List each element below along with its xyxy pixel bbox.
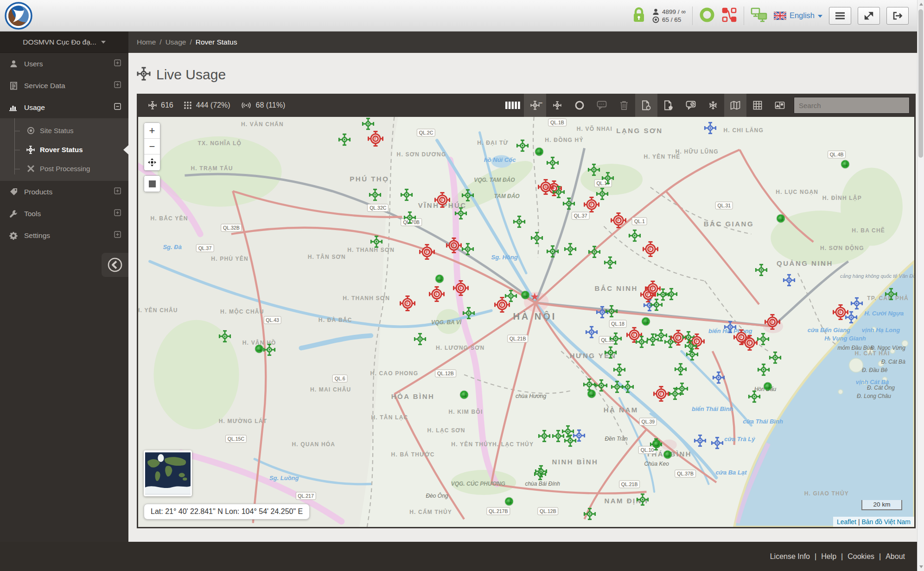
sidebar-collapse-button[interactable] xyxy=(102,253,128,277)
site-marker-green-dot[interactable] xyxy=(653,440,661,448)
rover-marker-green[interactable] xyxy=(601,172,614,186)
rover-marker-red[interactable]: F xyxy=(765,314,780,332)
rover-marker-green[interactable] xyxy=(587,163,600,178)
rover-marker-green[interactable] xyxy=(462,243,474,257)
rover-marker-green[interactable] xyxy=(531,231,543,246)
rover-marker-blue[interactable] xyxy=(694,435,706,449)
breadcrumb-item[interactable]: Usage xyxy=(166,38,186,46)
rover-marker-red[interactable]: F xyxy=(419,244,435,262)
bars-button[interactable] xyxy=(502,94,524,117)
leaflet-link[interactable]: Leaflet xyxy=(837,518,856,526)
plus-box-icon[interactable] xyxy=(114,187,121,196)
rover-marker-blue[interactable] xyxy=(845,311,858,326)
rover-marker-green[interactable] xyxy=(504,290,517,304)
plus-box-icon[interactable] xyxy=(114,81,121,90)
rover-marker-green[interactable] xyxy=(553,186,565,200)
rover-marker-green[interactable] xyxy=(538,430,550,444)
rover-marker-blue[interactable] xyxy=(713,371,725,385)
zoom-out-button[interactable]: − xyxy=(144,139,160,154)
rover-marker-green[interactable] xyxy=(665,288,678,302)
rover-marker-green[interactable] xyxy=(675,363,687,378)
rover-marker-red[interactable]: F xyxy=(368,131,383,148)
scroll-down-arrow[interactable] xyxy=(919,565,923,568)
rover-marker-blue[interactable] xyxy=(585,326,598,340)
site-marker-green-dot[interactable] xyxy=(764,382,771,390)
rover-marker-green[interactable] xyxy=(613,364,625,378)
rover-marker-red[interactable]: F xyxy=(434,192,450,210)
circle-button[interactable] xyxy=(568,94,591,117)
rover-marker-green[interactable] xyxy=(885,288,897,302)
rover-marker-green[interactable] xyxy=(263,343,275,358)
rover-marker-green[interactable] xyxy=(769,351,782,366)
rover-minus-button[interactable]: − xyxy=(524,94,546,117)
site-marker-green-dot[interactable] xyxy=(460,391,468,399)
site-marker-green-dot[interactable] xyxy=(841,160,849,168)
site-marker-green-dot[interactable] xyxy=(255,345,263,353)
site-marker-green-dot[interactable] xyxy=(435,275,443,283)
rover-marker-red[interactable]: F xyxy=(446,237,462,255)
rover-marker-green[interactable] xyxy=(758,364,770,378)
rover-marker-green[interactable] xyxy=(546,156,559,171)
footer-link-about[interactable]: About xyxy=(886,552,905,561)
rover-marker-green[interactable] xyxy=(584,508,596,522)
rover-marker-green[interactable] xyxy=(401,188,413,203)
site-marker-green-dot[interactable] xyxy=(505,498,513,506)
site-marker-green-dot[interactable] xyxy=(587,390,595,398)
doc-circle-button[interactable] xyxy=(635,94,657,117)
breadcrumb-item[interactable]: Home xyxy=(137,38,156,46)
rover-marker-green[interactable] xyxy=(362,117,374,132)
sidebar-subitem-site-status[interactable]: Site Status xyxy=(0,121,128,140)
rover-marker-green[interactable] xyxy=(637,494,649,508)
rover-marker-green[interactable] xyxy=(595,379,608,393)
vertical-scrollbar[interactable] xyxy=(917,0,924,571)
rover-marker-blue[interactable] xyxy=(711,437,723,451)
site-marker-green-dot[interactable] xyxy=(663,451,671,459)
rover-marker-red[interactable]: F xyxy=(584,197,599,214)
rover-marker-green[interactable] xyxy=(414,333,426,347)
tiles-link[interactable]: Bản đồ Việt Nam xyxy=(861,518,911,526)
map-button[interactable] xyxy=(724,94,746,117)
sidebar-item-users[interactable]: Users xyxy=(0,53,128,75)
image-button[interactable] xyxy=(769,94,791,117)
logout-button[interactable] xyxy=(886,7,909,25)
rover-marker-green[interactable] xyxy=(462,189,474,203)
search-input[interactable] xyxy=(794,97,910,114)
rover-marker-green[interactable] xyxy=(588,246,601,260)
sidebar-subitem-rover-status[interactable]: Rover Status xyxy=(0,140,128,159)
sidebar-item-usage[interactable]: Usage xyxy=(0,96,128,118)
minus-box-icon[interactable] xyxy=(114,103,121,112)
site-marker-green-dot[interactable] xyxy=(535,148,543,156)
site-marker-green-dot[interactable] xyxy=(522,291,529,299)
rover-button[interactable] xyxy=(546,94,568,117)
snow-button[interactable] xyxy=(702,94,724,117)
plus-box-icon[interactable] xyxy=(114,209,121,218)
sidebar-item-products[interactable]: Products xyxy=(0,181,128,203)
rover-marker-green[interactable] xyxy=(513,216,525,230)
rover-marker-green[interactable] xyxy=(338,134,351,148)
site-marker-green-dot[interactable] xyxy=(642,318,650,326)
footer-link-help[interactable]: Help xyxy=(821,552,836,561)
rover-marker-green[interactable] xyxy=(219,330,231,344)
rover-marker-green[interactable] xyxy=(463,307,475,321)
doc-badge-button[interactable] xyxy=(657,94,680,117)
footer-link-license-info[interactable]: License Info xyxy=(770,552,810,561)
rover-marker-green[interactable] xyxy=(604,257,616,271)
rover-marker-green[interactable] xyxy=(455,207,467,222)
rover-marker-red[interactable]: F xyxy=(429,286,445,304)
rover-marker-green[interactable] xyxy=(605,346,617,361)
scroll-up-arrow[interactable] xyxy=(919,3,923,6)
rover-marker-green[interactable] xyxy=(369,188,381,203)
rover-marker-green[interactable] xyxy=(676,382,688,397)
language-selector[interactable]: English xyxy=(774,11,822,20)
rover-marker-red[interactable]: F xyxy=(742,335,758,353)
rover-marker-green[interactable] xyxy=(370,235,382,250)
fit-extent-button[interactable] xyxy=(144,154,160,170)
rover-marker-red[interactable]: F xyxy=(400,295,415,313)
footer-link-cookies[interactable]: Cookies xyxy=(848,552,874,561)
rover-marker-green[interactable] xyxy=(564,243,577,257)
rover-marker-green[interactable] xyxy=(562,425,574,439)
rover-marker-blue[interactable] xyxy=(783,274,796,288)
scrollbar-thumb[interactable] xyxy=(918,9,923,158)
plus-box-icon[interactable] xyxy=(114,231,121,240)
rover-marker-blue[interactable] xyxy=(851,297,863,311)
